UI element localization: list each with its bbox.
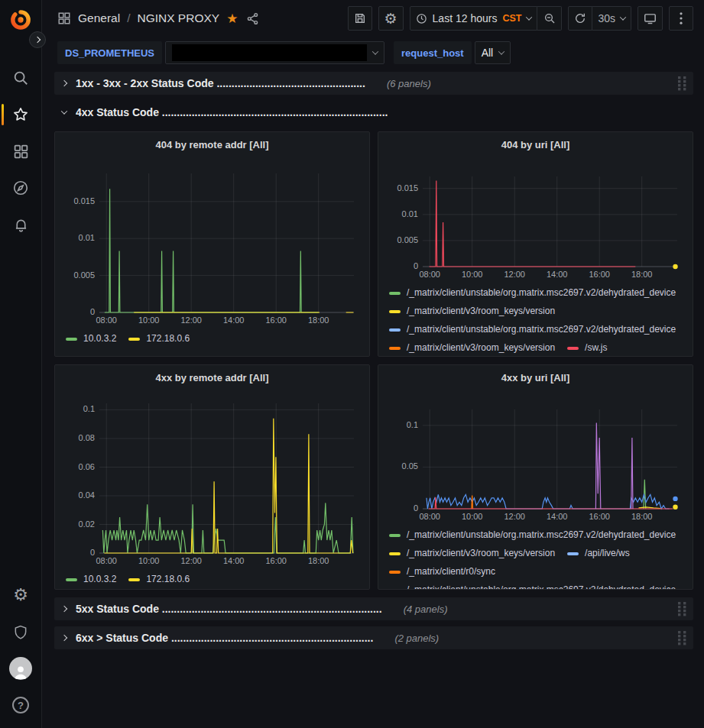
sidebar-item-server-admin[interactable] [0, 613, 42, 650]
legend-label: /_matrix/client/v3/room_keys/version [407, 545, 555, 561]
legend-swatch [66, 338, 77, 341]
timeseries-plot[interactable]: 00.0050.010.01508:0010:0012:0014:0016:00… [99, 173, 354, 312]
panel-4xx-by-uri: 4xx by uri [All] 00.050.108:0010:0012:00… [378, 364, 693, 590]
panel-title[interactable]: 404 by remote addr [All] [63, 137, 362, 154]
sidebar-item-alerting[interactable] [0, 206, 42, 243]
favorite-star-icon[interactable]: ★ [226, 12, 238, 25]
x-axis-tick: 18:00 [300, 315, 337, 325]
legend-label: /sw.js [585, 340, 607, 356]
time-range-label: Last 12 hours [433, 12, 498, 24]
x-axis-tick: 12:00 [173, 556, 209, 565]
timeseries-plot[interactable]: 00.050.108:0010:0012:0014:0016:0018:00 [423, 409, 677, 509]
y-axis-tick: 0.02 [64, 519, 95, 529]
legend-item[interactable]: /_matrix/client/v3/room_keys/version [389, 545, 555, 561]
legend-item[interactable]: 10.0.3.2 [66, 331, 116, 347]
legend-item[interactable]: /_matrix/client/unstable/org.matrix.msc2… [389, 582, 676, 590]
x-axis-tick: 12:00 [496, 270, 533, 279]
chevron-right-icon [61, 606, 67, 612]
legend-item[interactable]: 172.18.0.6 [128, 331, 190, 347]
sidebar-item-help[interactable]: ? [0, 687, 42, 723]
breadcrumb-separator: / [127, 11, 130, 25]
legend-item[interactable]: /_matrix/client/r0/sync [389, 564, 495, 580]
legend-item[interactable]: 172.18.0.6 [128, 571, 190, 587]
chevron-right-icon [61, 635, 67, 641]
y-axis-tick: 0.015 [64, 196, 95, 205]
variable-value-dropdown[interactable]: All [475, 41, 511, 64]
sidebar-item-starred[interactable] [0, 96, 42, 133]
row-drag-handle[interactable] [677, 76, 687, 91]
time-picker-group: Last 12 hours CST [410, 6, 563, 31]
y-axis-tick: 0.1 [388, 420, 418, 429]
panel-title[interactable]: 4xx by remote addr [All] [63, 370, 362, 387]
legend-item[interactable]: /_matrix/client/v3/room_keys/version [389, 303, 555, 319]
sidebar-item-configuration[interactable]: ⚙ [0, 577, 42, 613]
refresh-button[interactable] [568, 6, 592, 31]
legend-item[interactable]: /_matrix/client/unstable/org.matrix.msc2… [389, 285, 676, 301]
chart-canvas [99, 403, 354, 553]
dashboard-settings-button[interactable]: ⚙ [378, 6, 404, 31]
legend-item[interactable]: /_matrix/client/unstable/org.matrix.msc2… [389, 527, 676, 543]
gear-icon: ⚙ [384, 11, 397, 26]
time-range-button[interactable]: Last 12 hours CST [410, 6, 538, 31]
x-axis-tick: 12:00 [496, 512, 533, 521]
x-axis-tick: 18:00 [624, 512, 660, 521]
legend-swatch [389, 571, 401, 574]
row-header-4xx[interactable]: 4xx Status Code ........................… [54, 101, 693, 124]
star-icon [12, 106, 29, 123]
legend-item[interactable]: /_matrix/client/v3/room_keys/version [389, 340, 555, 356]
refresh-interval-button[interactable]: 30s [592, 6, 631, 31]
legend-item[interactable]: 10.0.3.2 [66, 571, 116, 587]
legend-swatch [389, 534, 401, 537]
y-axis-tick: 0.04 [64, 490, 95, 500]
help-icon: ? [12, 697, 29, 713]
x-axis-tick: 08:00 [411, 270, 448, 279]
save-dashboard-button[interactable] [348, 6, 372, 31]
y-axis-tick: 0.06 [64, 462, 95, 471]
legend-item[interactable]: /api/live/ws [567, 545, 630, 561]
dashboards-grid-icon [13, 144, 29, 160]
row-drag-handle[interactable] [677, 630, 687, 645]
variable-value: All [482, 47, 494, 59]
row-panel-count: (2 panels) [394, 633, 439, 644]
more-options-button[interactable] [669, 6, 693, 31]
breadcrumb-folder[interactable]: General [78, 11, 120, 25]
panel-title[interactable]: 404 by uri [All] [386, 137, 685, 154]
sidebar-item-explore[interactable] [0, 170, 42, 206]
legend-item[interactable]: /sw.js [567, 340, 607, 356]
gear-icon: ⚙ [13, 587, 28, 603]
legend-swatch [389, 589, 401, 590]
row-header-6xx[interactable]: 6xx > Status Code ......................… [54, 626, 693, 649]
sidebar-item-dashboards[interactable] [0, 133, 42, 170]
legend-label: 10.0.3.2 [83, 571, 116, 587]
timeseries-plot[interactable]: 00.020.040.060.080.108:0010:0012:0014:00… [99, 403, 354, 553]
x-axis-tick: 18:00 [300, 556, 337, 565]
refresh-icon [574, 12, 586, 24]
zoom-out-time-button[interactable] [537, 6, 562, 31]
chevron-down-icon [526, 14, 532, 20]
row-header-1xx-3xx-2xx[interactable]: 1xx - 3xx - 2xx Status Code ............… [54, 72, 693, 95]
page-title[interactable]: NGINX PROXY [137, 11, 219, 25]
y-axis-tick: 0.01 [388, 209, 418, 218]
sidebar-item-search[interactable] [0, 60, 42, 96]
search-icon [12, 70, 29, 86]
share-icon[interactable] [246, 12, 259, 25]
panel-title[interactable]: 4xx by uri [All] [386, 370, 685, 387]
variable-value-dropdown[interactable] [165, 41, 384, 64]
refresh-group: 30s [568, 6, 631, 31]
row-title: 6xx > Status Code ......................… [76, 632, 373, 644]
cycle-view-mode-button[interactable] [637, 6, 663, 31]
variables-bar: DS_PROMETHEUS request_host All [42, 37, 704, 69]
row-drag-handle[interactable] [677, 601, 687, 616]
sidebar-bottom-group: ⚙ ? [0, 577, 42, 723]
panel-legend: 10.0.3.2172.18.0.6 [66, 571, 362, 587]
timeseries-plot[interactable]: 00.0050.010.01508:0010:0012:0014:0016:00… [423, 176, 677, 267]
grafana-logo-icon [9, 8, 32, 31]
x-axis-tick: 08:00 [88, 315, 125, 325]
y-axis-tick: 0.1 [64, 404, 95, 413]
sidebar-item-profile[interactable] [0, 650, 42, 687]
legend-item[interactable]: /_matrix/client/unstable/org.matrix.msc2… [389, 322, 676, 338]
sidebar-expand-button[interactable] [29, 31, 46, 48]
grafana-app: ⚙ ? [0, 0, 704, 728]
row-header-5xx[interactable]: 5xx Status Code ........................… [54, 597, 693, 620]
panels-row-2: 4xx by remote addr [All] 00.020.040.060.… [54, 364, 693, 590]
